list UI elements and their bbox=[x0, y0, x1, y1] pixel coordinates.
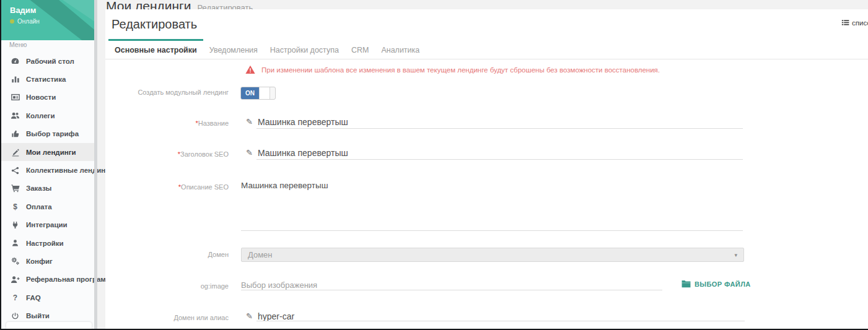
seo-description-label: *Описание SEO bbox=[105, 183, 229, 191]
og-image-field[interactable]: Выбор изображения bbox=[241, 280, 317, 290]
share-icon bbox=[10, 167, 20, 175]
status-label: Онлайн bbox=[17, 18, 40, 25]
user-status: Онлайн bbox=[10, 18, 40, 25]
chevron-down-icon: ▾ bbox=[734, 252, 737, 258]
seo-title-field[interactable]: Машинка перевертыш bbox=[258, 148, 348, 158]
edit-pencil-icon: ✎ bbox=[246, 311, 253, 321]
plug-icon bbox=[10, 221, 20, 229]
edit-pencil-icon: ✎ bbox=[246, 117, 253, 126]
sidebar-item-referral[interactable]: Реферальная программа bbox=[1, 271, 94, 289]
sidebar-menu: Рабочий стол Статистика Новости Коллеги … bbox=[1, 52, 94, 325]
domain-alias-underline bbox=[256, 321, 745, 321]
sidebar-item-label: Выйти bbox=[26, 312, 50, 319]
sidebar-item-label: Настройки bbox=[26, 240, 64, 247]
bar-chart-icon bbox=[10, 75, 20, 84]
sidebar-item-my-landings[interactable]: Мои лендинги bbox=[1, 143, 94, 161]
sidebar: Вадим Онлайн Меню Рабочий стол Статистик… bbox=[1, 0, 97, 329]
warning-icon bbox=[245, 65, 255, 74]
sidebar-item-payment[interactable]: $ Оплата bbox=[1, 198, 94, 215]
cogs-icon bbox=[10, 256, 20, 266]
og-image-label: og:image bbox=[105, 282, 229, 290]
sidebar-item-desktop[interactable]: Рабочий стол bbox=[1, 52, 94, 70]
template-warning: При изменении шаблона все изменения в ва… bbox=[245, 65, 660, 74]
sidebar-item-label: Конфиг bbox=[26, 258, 53, 265]
seo-title-label: *Заголовок SEO bbox=[105, 150, 229, 158]
seo-description-field[interactable]: Машинка перевертыш bbox=[241, 181, 328, 190]
sidebar-item-label: Реферальная программа bbox=[26, 276, 115, 283]
edit-card: Редактировать список Основные настройки … bbox=[105, 9, 868, 329]
sidebar-item-collective-landings[interactable]: Коллективные лендинги bbox=[1, 161, 94, 179]
domain-alias-field[interactable]: hyper-car bbox=[258, 311, 294, 321]
thumb-up-icon bbox=[10, 129, 20, 138]
tab-bar: Основные настройки Уведомления Настройки… bbox=[105, 39, 868, 59]
tab-main-settings[interactable]: Основные настройки bbox=[108, 39, 203, 59]
card-title: Редактировать bbox=[112, 17, 197, 32]
tab-analytics[interactable]: Аналитика bbox=[375, 39, 426, 59]
sidebar-item-label: Коллективные лендинги bbox=[26, 167, 113, 174]
name-label: *Название bbox=[105, 119, 229, 127]
file-select-button[interactable]: ВЫБОР ФАЙЛА bbox=[682, 280, 751, 288]
domain-alias-label: Домен или алиас bbox=[105, 314, 229, 321]
sidebar-item-news[interactable]: Новости bbox=[1, 89, 94, 106]
user-icon bbox=[10, 239, 20, 247]
seo-description-underline bbox=[241, 230, 743, 231]
sidebar-item-label: Оплата bbox=[26, 203, 52, 211]
question-icon: ? bbox=[10, 293, 20, 302]
sidebar-item-label: Выбор тарифа bbox=[26, 130, 79, 137]
sidebar-item-settings[interactable]: Настройки bbox=[1, 234, 94, 252]
folder-icon bbox=[682, 280, 691, 288]
online-dot-icon bbox=[10, 19, 14, 24]
sidebar-item-config[interactable]: Конфиг bbox=[1, 252, 94, 270]
toggle-knob[interactable] bbox=[259, 87, 270, 99]
page-title: Мои лендинги bbox=[106, 0, 191, 9]
page-header-strip: Мои лендинги Редактировать bbox=[97, 0, 868, 9]
sidebar-item-faq[interactable]: ? FAQ bbox=[1, 289, 94, 306]
breadcrumb: Мои лендинги Редактировать bbox=[106, 0, 253, 9]
sidebar-item-label: Рабочий стол bbox=[26, 58, 74, 65]
cart-icon bbox=[10, 184, 20, 193]
tab-notifications[interactable]: Уведомления bbox=[203, 39, 264, 59]
tab-crm[interactable]: CRM bbox=[345, 39, 375, 59]
sidebar-item-orders[interactable]: Заказы bbox=[1, 180, 94, 198]
sidebar-item-tariff[interactable]: Выбор тарифа bbox=[1, 125, 94, 143]
profile-header: Вадим Онлайн bbox=[1, 0, 97, 40]
menu-section-label: Меню bbox=[9, 41, 27, 48]
app-window: Вадим Онлайн Меню Рабочий стол Статистик… bbox=[0, 0, 868, 330]
sidebar-item-label: Коллеги bbox=[26, 112, 55, 119]
list-button-label: список bbox=[852, 19, 868, 27]
sidebar-item-label: FAQ bbox=[26, 294, 41, 302]
user-name: Вадим bbox=[10, 6, 36, 15]
name-field[interactable]: Машинка перевертыш bbox=[258, 117, 348, 127]
sidebar-item-integrations[interactable]: Интеграции bbox=[1, 216, 94, 234]
modular-landing-label: Создать модульный лендинг bbox=[105, 89, 229, 96]
tab-access-settings[interactable]: Настройки доступа bbox=[264, 39, 345, 59]
user-plus-icon bbox=[10, 275, 20, 284]
sidebar-item-label: Статистика bbox=[26, 76, 66, 83]
name-underline bbox=[256, 128, 743, 129]
sidebar-item-colleagues[interactable]: Коллеги bbox=[1, 106, 94, 124]
sidebar-item-statistics[interactable]: Статистика bbox=[1, 70, 94, 88]
news-icon bbox=[10, 93, 20, 102]
sidebar-item-label: Новости bbox=[26, 93, 56, 101]
power-icon bbox=[10, 312, 20, 320]
sidebar-scrollbar[interactable] bbox=[94, 0, 97, 329]
edit-landing-icon bbox=[10, 148, 20, 157]
domain-select-value: Домен bbox=[248, 250, 273, 259]
sidebar-item-label: Заказы bbox=[26, 185, 51, 192]
dashboard-icon bbox=[10, 56, 20, 66]
domain-select[interactable]: Домен ▾ bbox=[241, 248, 744, 262]
sidebar-item-label: Интеграции bbox=[26, 221, 68, 228]
page-subtitle: Редактировать bbox=[197, 3, 253, 9]
file-button-label: ВЫБОР ФАЙЛА bbox=[695, 280, 751, 288]
toggle-on-segment: ON bbox=[241, 87, 259, 99]
modular-landing-toggle[interactable]: ON bbox=[240, 87, 276, 100]
dollar-icon: $ bbox=[10, 202, 20, 211]
edit-pencil-icon: ✎ bbox=[246, 148, 253, 157]
list-view-button[interactable]: список bbox=[841, 19, 868, 27]
og-image-underline bbox=[241, 290, 662, 290]
seo-title-underline bbox=[256, 159, 743, 160]
domain-label: Домен bbox=[105, 251, 229, 258]
list-icon bbox=[841, 19, 849, 27]
sidebar-item-label: Мои лендинги bbox=[26, 149, 76, 156]
sidebar-footer-panel bbox=[6, 322, 92, 329]
